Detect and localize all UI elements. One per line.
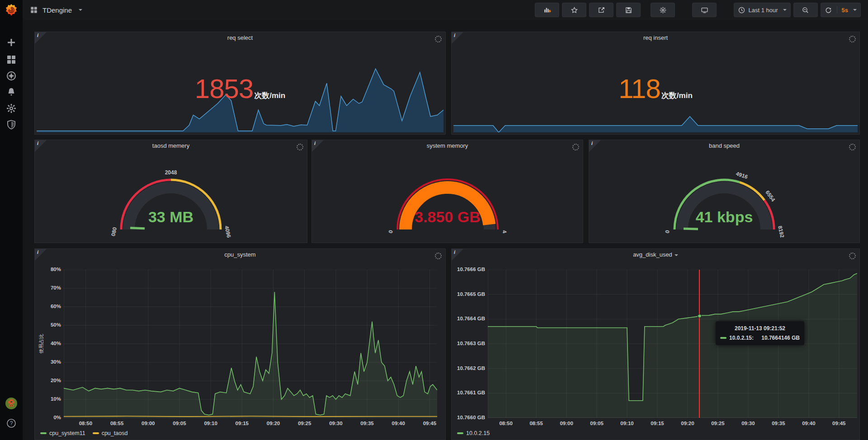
x-axis-tick: 08:55 bbox=[526, 421, 546, 426]
gauge-scale-label: 0 bbox=[387, 229, 394, 234]
panel-title[interactable]: avg_disk_used bbox=[452, 251, 859, 258]
panel-req-select: i req select 1853 次数/min bbox=[34, 32, 446, 135]
explore-compass-icon[interactable] bbox=[6, 70, 17, 81]
x-axis-tick: 09:25 bbox=[295, 421, 315, 426]
panel-title[interactable]: req select bbox=[35, 34, 445, 41]
clock-icon bbox=[738, 6, 745, 14]
create-plus-icon[interactable] bbox=[6, 37, 17, 48]
alerting-bell-icon[interactable] bbox=[6, 87, 17, 98]
add-panel-button[interactable] bbox=[535, 3, 559, 17]
gauge-scale-label: 8192 bbox=[777, 225, 785, 238]
req-insert-value: 118 bbox=[618, 75, 660, 103]
gauge-value: 3.850 GB bbox=[415, 208, 481, 225]
plot-area[interactable] bbox=[64, 270, 437, 418]
dashboards-icon[interactable] bbox=[6, 54, 17, 65]
x-axis-tick: 09:30 bbox=[326, 421, 346, 426]
legend-series-marker bbox=[40, 432, 47, 434]
panel-loading-spinner-icon bbox=[849, 144, 856, 150]
x-axis-tick: 08:50 bbox=[496, 421, 516, 426]
time-range-picker[interactable]: Last 1 hour bbox=[734, 3, 790, 17]
cycle-view-mode-button[interactable] bbox=[692, 3, 717, 17]
save-dashboard-button[interactable] bbox=[616, 3, 641, 17]
legend-item[interactable]: cpu_system11 bbox=[40, 430, 85, 436]
panel-title[interactable]: system memory bbox=[312, 142, 583, 149]
x-axis-tick: 08:55 bbox=[107, 421, 127, 426]
graph-tooltip: 2019-11-13 09:21:52 10.0.2.15: 10.766414… bbox=[716, 321, 804, 345]
configuration-gear-icon[interactable] bbox=[6, 103, 17, 114]
legend-series-label: cpu_system11 bbox=[49, 430, 85, 436]
y-axis-tick: 70% bbox=[38, 285, 61, 290]
y-axis-tick: 10.7662 GB bbox=[453, 365, 485, 371]
panel-loading-spinner-icon bbox=[435, 253, 442, 259]
dashboard-grid-icon bbox=[30, 6, 38, 14]
gauge-scale-label: 080 bbox=[110, 226, 118, 237]
refresh-icon bbox=[825, 6, 832, 14]
panel-title[interactable]: cpu_system bbox=[35, 251, 445, 258]
help-icon[interactable]: ? bbox=[6, 418, 17, 429]
legend-series-marker bbox=[93, 432, 99, 434]
y-axis-tick: 50% bbox=[38, 322, 61, 328]
tooltip-timestamp: 2019-11-13 09:21:52 bbox=[720, 325, 800, 332]
x-axis-tick: 09:45 bbox=[829, 421, 849, 426]
star-icon bbox=[571, 6, 578, 14]
panel-title[interactable]: req insert bbox=[452, 34, 859, 41]
hovered-datapoint bbox=[698, 314, 702, 318]
req-select-unit: 次数/min bbox=[254, 90, 285, 101]
divider bbox=[837, 6, 837, 14]
x-axis-tick: 09:40 bbox=[388, 421, 408, 426]
y-axis-tick: 60% bbox=[38, 304, 61, 309]
refresh-interval-label: 5s bbox=[842, 7, 848, 14]
x-axis-tick: 09:05 bbox=[587, 421, 607, 426]
y-axis-tick: 10.7665 GB bbox=[453, 291, 485, 297]
panel-taosd-memory: i taosd memery 0802048409633 MB bbox=[34, 140, 307, 243]
dashboard-title-dropdown[interactable]: TDengine bbox=[23, 6, 82, 14]
req-insert-unit: 次数/min bbox=[661, 90, 693, 101]
legend-series-label: 10.0.2.15 bbox=[466, 430, 490, 436]
panel-avg-disk-used: i avg_disk_used 10.7666 GB10.7665 GB10.7… bbox=[451, 248, 860, 440]
gauge-value: 33 MB bbox=[148, 208, 193, 225]
dashboard-settings-button[interactable] bbox=[651, 3, 675, 17]
x-axis-tick: 09:05 bbox=[170, 421, 189, 426]
panel-title[interactable]: band speed bbox=[589, 142, 859, 149]
x-axis-tick: 09:35 bbox=[769, 421, 788, 426]
panel-band-speed: i band speed 049166554819241 kbps bbox=[589, 140, 860, 243]
panel-title[interactable]: taosd memery bbox=[35, 142, 307, 149]
svg-text:?: ? bbox=[10, 420, 13, 426]
panel-req-insert: i req insert 118 次数/min bbox=[451, 32, 860, 135]
y-axis-title: 使用占比 bbox=[38, 334, 45, 354]
user-avatar[interactable] bbox=[5, 398, 17, 409]
panel-loading-spinner-icon bbox=[572, 144, 579, 150]
grafana-logo[interactable] bbox=[5, 4, 18, 16]
x-axis-tick: 09:15 bbox=[647, 421, 667, 426]
y-axis-tick: 10% bbox=[38, 396, 61, 402]
legend-series-label: cpu_taosd bbox=[102, 430, 128, 436]
refresh-picker[interactable]: 5s bbox=[821, 3, 861, 17]
chevron-down-icon bbox=[79, 9, 82, 11]
x-axis-tick: 09:15 bbox=[232, 421, 252, 426]
gauge-scale-label: 4 bbox=[501, 229, 508, 234]
dashboard-title: TDengine bbox=[42, 6, 72, 14]
x-axis-tick: 09:30 bbox=[738, 421, 758, 426]
share-dashboard-button[interactable] bbox=[589, 3, 613, 17]
y-axis-tick: 20% bbox=[38, 378, 61, 383]
gear-icon bbox=[659, 6, 667, 14]
legend-item[interactable]: cpu_taosd bbox=[93, 430, 128, 436]
chevron-down-icon bbox=[783, 9, 787, 11]
sidebar: ? bbox=[0, 0, 23, 440]
cpu-system-chart[interactable]: 80%70%60%50%40%30%20%10%0%08:5008:5509:0… bbox=[35, 249, 445, 440]
panel-loading-spinner-icon bbox=[435, 36, 442, 42]
gauge-scale-label: 2048 bbox=[165, 169, 177, 176]
tv-monitor-icon bbox=[701, 6, 708, 14]
zoom-out-time-button[interactable] bbox=[793, 3, 818, 17]
add-panel-icon bbox=[543, 6, 551, 14]
x-axis-tick: 09:25 bbox=[708, 421, 728, 426]
star-dashboard-button[interactable] bbox=[562, 3, 586, 17]
server-admin-shield-icon[interactable] bbox=[6, 119, 17, 130]
y-axis-tick: 80% bbox=[38, 267, 61, 272]
legend-item[interactable]: 10.0.2.15 bbox=[457, 430, 490, 436]
taosd-memory-gauge: 0802048409633 MB bbox=[62, 164, 279, 241]
x-axis-tick: 09:10 bbox=[617, 421, 637, 426]
x-axis-tick: 09:00 bbox=[138, 421, 158, 426]
x-axis-tick: 09:40 bbox=[799, 421, 819, 426]
y-axis-tick: 10.7664 GB bbox=[453, 316, 485, 321]
